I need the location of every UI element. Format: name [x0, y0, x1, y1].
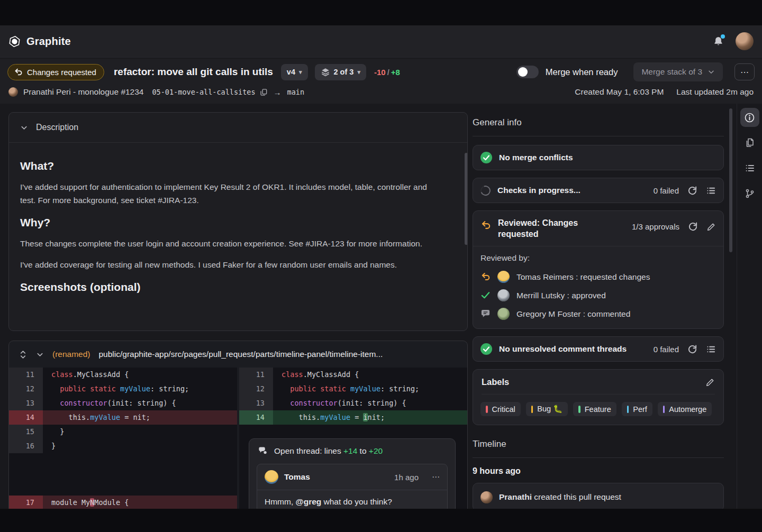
merge-stack-button[interactable]: Merge stack of 3: [633, 62, 723, 81]
reviewer-status-text: Tomas Reimers : requested changes: [516, 272, 650, 282]
comment-threads-card[interactable]: No unresolved comment threads 0 failed: [473, 336, 724, 362]
open-thread-header: Open thread: lines +14 to +20: [249, 439, 455, 463]
line-number: 14: [9, 410, 43, 425]
refresh-icon[interactable]: [687, 186, 697, 196]
comment-menu-button[interactable]: ⋯: [432, 472, 440, 482]
label-chip[interactable]: Critical: [480, 402, 521, 416]
line-code: constructor(init: string) {: [273, 396, 467, 410]
diff-file-path: public/graphite-app/src/pages/pull_reque…: [99, 350, 383, 359]
line-code: }: [43, 425, 237, 439]
diff-line[interactable]: 14 this.myValue = init;: [239, 410, 467, 425]
edit-pencil-icon[interactable]: [706, 222, 716, 232]
graphite-logo-icon: [8, 35, 21, 48]
lines-removed: -10: [374, 68, 386, 77]
info-sidebar: General info No merge conflicts Checks i…: [473, 117, 724, 509]
refresh-icon[interactable]: [688, 222, 698, 232]
graphite-logo[interactable]: Graphite: [8, 35, 71, 48]
main-content: Description What?I've added support for …: [0, 104, 762, 509]
diff-gap: [9, 453, 237, 496]
description-paragraph: I've added support for authentication to…: [20, 180, 443, 207]
top-window-bar: [0, 0, 762, 25]
diff-line[interactable]: 17module MyNModule {: [9, 496, 237, 509]
line-code: module MyNModule {: [43, 496, 237, 509]
label-text: Feature: [585, 405, 611, 414]
author-line: Pranathi Peri - monologue #1234: [23, 87, 143, 97]
tab-general-info[interactable]: [740, 108, 759, 127]
reviewer-status-text: Gregory M Foster : commented: [516, 309, 630, 319]
line-number: 14: [239, 410, 273, 425]
review-status-card: Reviewed: Changes requested 1/3 approval…: [473, 210, 724, 329]
comment-author: Tomas: [284, 472, 310, 482]
checklist-icon[interactable]: [706, 186, 716, 196]
diff-pane-old: 11class.MyClassAdd {12 public static myV…: [9, 368, 237, 509]
reviewer-row[interactable]: Merrill Lutsky : approved: [480, 289, 716, 301]
tab-checklist[interactable]: [740, 159, 759, 178]
timeline-event-text: Pranathi created this pull request: [499, 492, 621, 502]
diff-line[interactable]: 11class.MyClassAdd {: [239, 368, 467, 382]
diff-line[interactable]: 11class.MyClassAdd {: [9, 368, 237, 382]
status-badge: Changes requested: [7, 64, 104, 80]
tab-files[interactable]: [740, 133, 759, 152]
general-info-title: General info: [473, 117, 724, 128]
threads-label: No unresolved comment threads: [499, 344, 627, 354]
notifications-bell-icon[interactable]: [713, 36, 724, 47]
open-thread-card[interactable]: Open thread: lines +14 to +20Tomas1h ago…: [249, 438, 456, 509]
sidebar-scrollbar[interactable]: [729, 108, 732, 252]
diff-line[interactable]: 16}: [9, 439, 237, 453]
check-circle-icon: [480, 343, 492, 355]
target-branch[interactable]: main: [287, 88, 305, 96]
checks-label: Checks in progress...: [497, 186, 580, 195]
brand-name: Graphite: [26, 35, 71, 48]
expand-vertical-icon[interactable]: [19, 350, 28, 359]
toggle-knob: [518, 67, 528, 77]
diff-line[interactable]: 13 constructor(init: string) {: [9, 396, 237, 410]
labels-card: Labels CriticalBug 🐛FeaturePerfAutomerge: [473, 369, 724, 425]
checks-card[interactable]: Checks in progress... 0 failed: [473, 178, 724, 203]
undo-icon: [480, 220, 491, 231]
collapse-chevron-icon[interactable]: [36, 351, 44, 359]
tab-branch-graph[interactable]: [740, 184, 759, 203]
description-scrollbar[interactable]: [465, 153, 468, 245]
divider: [473, 457, 724, 458]
reviewer-row[interactable]: Tomas Reimers : requested changes: [480, 271, 716, 283]
diff-file-header[interactable]: (renamed) public/graphite-app/src/pages/…: [9, 341, 467, 368]
diff-line[interactable]: 12 public static myValue: string;: [239, 382, 467, 396]
description-header[interactable]: Description: [9, 113, 467, 143]
merge-when-ready-toggle[interactable]: [516, 66, 539, 78]
chat-bubbles-icon: [258, 446, 268, 456]
label-chip[interactable]: Bug 🐛: [526, 402, 568, 416]
diff-line[interactable]: 13 constructor(init: string) {: [239, 396, 467, 410]
copy-branch-icon[interactable]: [260, 88, 268, 96]
stack-layers-icon: [321, 67, 330, 77]
diff-line[interactable]: 12 public static myValue: string;: [9, 382, 237, 396]
review-status-title: Reviewed: Changes requested: [498, 217, 606, 240]
checks-failed-count: 0 failed: [654, 186, 679, 195]
user-avatar[interactable]: [736, 32, 754, 50]
line-code: class.MyClassAdd {: [43, 368, 237, 382]
renamed-badge: (renamed): [52, 350, 90, 359]
source-branch[interactable]: 05-01-move-all-callsites: [152, 88, 255, 96]
arrow-right-icon: →: [272, 88, 283, 97]
status-badge-label: Changes requested: [27, 68, 96, 77]
label-chip[interactable]: Perf: [622, 402, 652, 416]
diff-line[interactable]: 14 this.myValue = nit;: [9, 410, 237, 425]
edit-pencil-icon[interactable]: [705, 378, 715, 387]
avatar: [497, 271, 510, 283]
diff-line[interactable]: 15 }: [9, 425, 237, 439]
lines-added: +8: [391, 68, 400, 77]
merge-conflicts-card[interactable]: No merge conflicts: [473, 145, 724, 170]
reviewed-by-label: Reviewed by:: [480, 253, 716, 263]
bottom-window-bar: [0, 509, 762, 532]
checklist-icon[interactable]: [706, 344, 716, 354]
label-chip[interactable]: Automerge: [658, 402, 712, 416]
version-dropdown[interactable]: v4 ▾: [281, 64, 308, 80]
chevron-down-icon: [707, 68, 715, 76]
reviewer-row[interactable]: Gregory M Foster : commented: [480, 308, 716, 320]
more-options-button[interactable]: ⋯: [734, 63, 755, 80]
stack-position-dropdown[interactable]: 2 of 3 ▾: [315, 64, 366, 80]
label-chip[interactable]: Feature: [573, 402, 616, 416]
refresh-icon[interactable]: [687, 344, 697, 354]
description-panel: Description What?I've added support for …: [8, 112, 468, 331]
merge-stack-label: Merge stack of 3: [641, 67, 702, 77]
timeline-event[interactable]: Pranathi created this pull request: [473, 483, 724, 509]
